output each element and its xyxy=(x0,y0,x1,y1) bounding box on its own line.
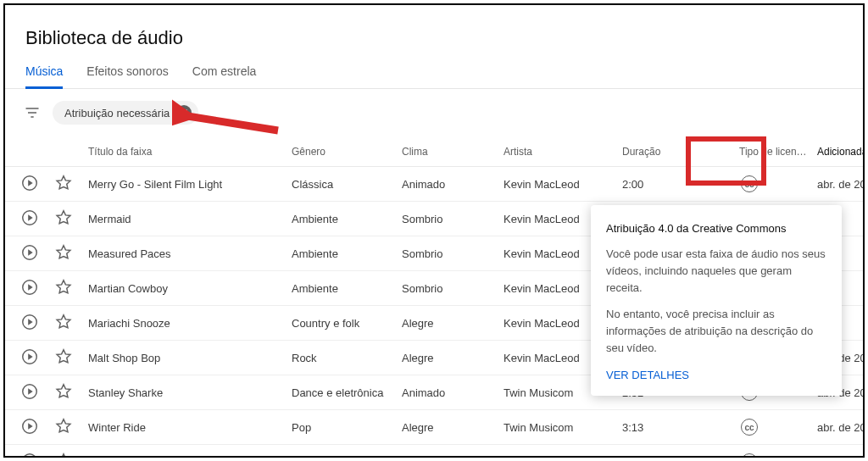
star-icon xyxy=(54,278,73,297)
star-button[interactable] xyxy=(54,347,88,369)
tab-starred[interactable]: Com estrela xyxy=(192,64,256,88)
cell-title: Mermaid xyxy=(88,213,292,225)
col-genre[interactable]: Gênero xyxy=(292,146,402,158)
annotation-arrow-top xyxy=(172,97,282,139)
star-icon xyxy=(54,417,73,436)
svg-point-8 xyxy=(23,453,37,458)
star-icon xyxy=(54,243,73,262)
cell-mood: Alegre xyxy=(402,421,504,434)
app-frame: Biblioteca de áudio Música Efeitos sonor… xyxy=(3,3,865,458)
cell-genre: Ambiente xyxy=(292,213,402,225)
col-title[interactable]: Título da faixa xyxy=(88,146,292,158)
cell-mood: Animado xyxy=(402,178,504,191)
cell-title: Night at the Dance Hall xyxy=(88,456,292,458)
star-button[interactable] xyxy=(54,382,88,403)
filter-chip-label: Atribuição necessária xyxy=(64,107,170,119)
cell-title: Measured Paces xyxy=(88,247,292,260)
star-button[interactable] xyxy=(54,417,88,438)
cell-mood: Animado xyxy=(402,386,504,399)
cell-mood: Alegre xyxy=(402,352,504,364)
star-button[interactable] xyxy=(54,452,88,458)
cell-added: abr. de 2016 xyxy=(817,178,865,191)
cell-artist: Kevin MacLeod xyxy=(504,178,622,191)
cell-title: Martian Cowboy xyxy=(88,282,292,295)
tooltip-title: Atribuição 4.0 da Creative Commons xyxy=(606,220,826,237)
star-icon xyxy=(54,452,73,458)
cell-genre: Country e folk xyxy=(292,317,402,330)
play-icon xyxy=(20,382,39,401)
cell-added: abr. de 2016 xyxy=(817,456,865,458)
cell-title: Malt Shop Bop xyxy=(88,352,292,364)
cell-mood: Sombrio xyxy=(402,213,504,225)
star-button[interactable] xyxy=(54,313,88,334)
play-icon xyxy=(20,243,39,262)
play-button[interactable] xyxy=(20,174,54,195)
license-tooltip: Atribuição 4.0 da Creative Commons Você … xyxy=(591,205,842,396)
cell-genre: Pop xyxy=(292,456,402,458)
tab-music[interactable]: Música xyxy=(25,64,63,88)
col-added[interactable]: Adicionada xyxy=(817,146,865,158)
svg-line-9 xyxy=(182,115,278,131)
col-added-label: Adicionada xyxy=(817,146,865,158)
play-icon xyxy=(20,452,39,458)
cell-artist: Twin Musicom xyxy=(504,456,622,458)
star-icon xyxy=(54,382,73,401)
star-button[interactable] xyxy=(54,278,88,299)
tooltip-paragraph-1: Você pode usar esta faixa de áudio nos s… xyxy=(606,246,826,297)
cell-mood: Sombrio xyxy=(402,282,504,295)
table-row: Night at the Dance HallPopAlegreTwin Mus… xyxy=(5,445,863,458)
cell-title: Stanley Sharke xyxy=(88,386,292,399)
cell-mood: Alegre xyxy=(402,317,504,330)
filter-icon[interactable] xyxy=(24,104,41,121)
cell-license[interactable]: cc xyxy=(724,419,817,436)
cell-duration: 2:50 xyxy=(622,456,724,458)
play-icon xyxy=(20,417,39,436)
cell-genre: Pop xyxy=(292,421,402,434)
play-icon xyxy=(20,347,39,366)
cell-title: Merry Go - Silent Film Light xyxy=(88,178,292,191)
play-icon xyxy=(20,208,39,227)
cell-mood: Sombrio xyxy=(402,247,504,260)
tab-sfx[interactable]: Efeitos sonoros xyxy=(86,64,169,88)
play-button[interactable] xyxy=(20,347,54,369)
play-button[interactable] xyxy=(20,243,54,264)
cell-genre: Ambiente xyxy=(292,282,402,295)
play-button[interactable] xyxy=(20,208,54,230)
col-artist[interactable]: Artista xyxy=(504,146,622,158)
tooltip-paragraph-2: No entanto, você precisa incluir as info… xyxy=(606,306,826,357)
tooltip-details-link[interactable]: VER DETALHES xyxy=(606,367,826,384)
play-icon xyxy=(20,174,39,192)
star-icon xyxy=(54,347,73,366)
cell-title: Winter Ride xyxy=(88,421,292,434)
play-button[interactable] xyxy=(20,452,54,458)
play-icon xyxy=(20,313,39,331)
cell-added: abr. de 2016 xyxy=(817,421,865,434)
play-icon xyxy=(20,278,39,297)
cell-genre: Rock xyxy=(292,352,402,364)
cell-genre: Ambiente xyxy=(292,247,402,260)
cell-artist: Twin Musicom xyxy=(504,421,622,434)
star-button[interactable] xyxy=(54,208,88,230)
filter-bar: Atribuição necessária xyxy=(5,89,863,136)
star-icon xyxy=(54,208,73,227)
col-mood[interactable]: Clima xyxy=(402,146,504,158)
star-icon xyxy=(54,174,73,192)
play-button[interactable] xyxy=(20,313,54,334)
table-row: Winter RidePopAlegreTwin Musicom3:13ccab… xyxy=(5,410,863,445)
cc-icon: cc xyxy=(741,453,758,458)
cell-mood: Alegre xyxy=(402,456,504,458)
play-button[interactable] xyxy=(20,278,54,299)
cell-license[interactable]: cc xyxy=(724,453,817,458)
star-icon xyxy=(54,313,73,331)
cell-genre: Dance e eletrônica xyxy=(292,386,402,399)
annotation-redbox xyxy=(686,136,766,186)
star-button[interactable] xyxy=(54,174,88,195)
play-button[interactable] xyxy=(20,382,54,403)
tabs-bar: Música Efeitos sonoros Com estrela xyxy=(5,64,863,89)
cc-icon: cc xyxy=(741,419,758,436)
cell-genre: Clássica xyxy=(292,178,402,191)
play-button[interactable] xyxy=(20,417,54,438)
page-title: Biblioteca de áudio xyxy=(5,5,863,64)
cell-duration: 3:13 xyxy=(622,421,724,434)
star-button[interactable] xyxy=(54,243,88,264)
